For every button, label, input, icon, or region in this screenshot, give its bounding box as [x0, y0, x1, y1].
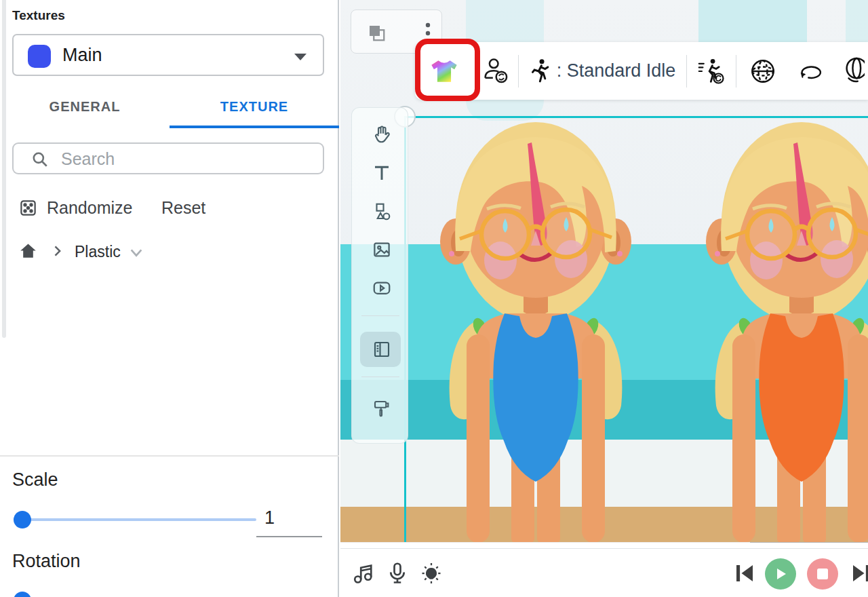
swatch-actions: Randomize Reset [0, 198, 339, 220]
reset-button[interactable]: Reset [161, 198, 205, 218]
microphone-icon[interactable] [385, 561, 410, 585]
change-animation-button[interactable] [687, 57, 736, 85]
animation-button[interactable] [524, 58, 557, 84]
toolbar-divider [361, 315, 399, 316]
swimsuit [759, 313, 844, 482]
tab-texture[interactable]: TEXTURE [170, 90, 339, 128]
caret-down-icon[interactable] [129, 247, 144, 259]
swimsuit [493, 313, 578, 482]
duplicate-icon[interactable] [366, 22, 387, 43]
orbit-rotate-icon [796, 61, 825, 81]
music-note-icon[interactable] [351, 561, 376, 585]
video-icon[interactable] [372, 277, 392, 298]
text-icon[interactable] [372, 163, 392, 183]
material-dropdown[interactable]: Main [12, 34, 324, 76]
runner-icon [529, 58, 552, 84]
selection-frame-top[interactable] [405, 116, 868, 118]
canvas-h-scrollbar[interactable]: ◀ [340, 542, 868, 543]
canvas-side-toolbar [351, 107, 408, 444]
scroll-left-icon[interactable]: ◀ [342, 542, 346, 543]
swap-character-button[interactable] [473, 57, 518, 85]
person-sync-icon [482, 57, 509, 85]
skip-forward-icon[interactable] [849, 561, 868, 585]
character-girl-orange[interactable] [698, 121, 868, 543]
panel-icon[interactable] [372, 339, 392, 360]
randomize-button[interactable]: Randomize [19, 198, 132, 218]
breadcrumb: Plastic [0, 242, 339, 263]
brightness-icon[interactable] [419, 561, 443, 585]
chevron-down-icon [294, 54, 307, 60]
section-divider [0, 455, 339, 457]
image-icon[interactable] [372, 239, 392, 260]
rotation-label: Rotation [12, 551, 81, 572]
canvas-h-scrollbar-thumb[interactable] [750, 542, 868, 543]
scene-canvas[interactable]: : Standard Idle ◀ [340, 0, 868, 543]
toolbar-divider [361, 377, 399, 377]
texture-grid: ▲ ▼ [0, 269, 339, 448]
panel-title: Textures [12, 8, 65, 23]
texture-tshirt-button[interactable] [415, 56, 473, 87]
scale-value[interactable]: 1 [264, 507, 319, 528]
rainbow-tshirt-icon [429, 56, 460, 87]
shapes-icon[interactable] [372, 201, 392, 222]
scale-value-underline [256, 536, 322, 537]
playback-bar [340, 548, 868, 597]
home-icon[interactable] [19, 242, 37, 260]
animation-name-label[interactable]: : Standard Idle [557, 60, 676, 81]
hand-icon[interactable] [372, 124, 392, 145]
runner-sync-icon [697, 57, 726, 85]
skip-back-icon[interactable] [732, 561, 757, 585]
stop-button[interactable] [807, 558, 838, 590]
breadcrumb-category[interactable]: Plastic [75, 243, 121, 261]
character-toolbar: : Standard Idle [415, 42, 868, 100]
tab-general[interactable]: GENERAL [0, 90, 170, 128]
panel-tabs: GENERAL TEXTURE [0, 90, 339, 128]
randomize-label: Randomize [47, 198, 132, 218]
textures-panel: Textures Main GENERAL TEXTURE Randomize … [0, 0, 339, 597]
toolbar-divider [518, 55, 519, 88]
scale-slider-track[interactable] [14, 518, 256, 521]
search-icon [31, 151, 49, 168]
character-girl-blue[interactable] [433, 121, 639, 543]
chevron-right-icon [50, 244, 64, 258]
play-button[interactable] [765, 558, 796, 590]
active-tab-underline [170, 126, 339, 128]
reset-label: Reset [161, 198, 205, 218]
globe-axes-icon [749, 58, 776, 85]
orbit-character-button[interactable] [831, 56, 868, 86]
globe-partial-icon [835, 56, 865, 86]
material-dropdown-label: Main [62, 35, 102, 75]
scale-slider-thumb[interactable] [14, 511, 31, 528]
orbit-sphere-button[interactable] [736, 58, 790, 85]
rotate-view-button[interactable] [790, 61, 831, 81]
rotation-slider-thumb[interactable] [14, 592, 31, 597]
scale-label: Scale [12, 469, 58, 490]
play-icon [774, 567, 787, 581]
search-box[interactable] [12, 142, 324, 174]
stop-icon [816, 568, 829, 580]
paint-roller-icon[interactable] [372, 398, 392, 419]
material-color-swatch [28, 45, 51, 68]
search-input[interactable] [61, 147, 319, 171]
dice-icon [19, 199, 37, 217]
